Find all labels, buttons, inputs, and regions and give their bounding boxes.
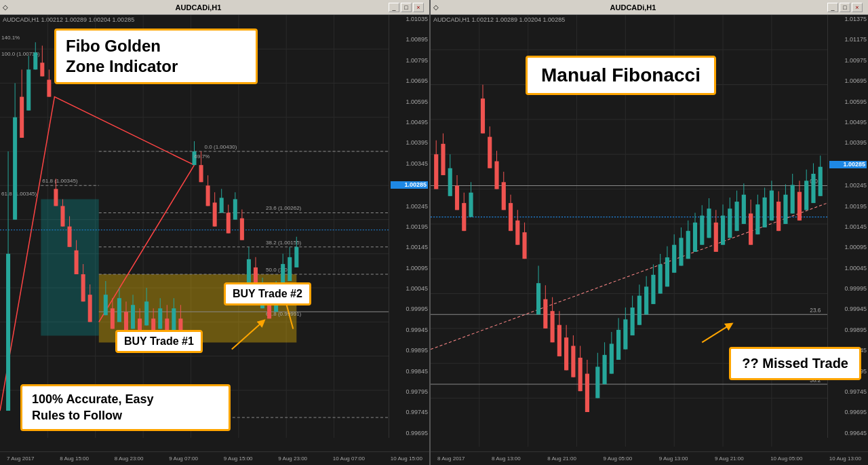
right-price-label-17: 0.99745 [829,389,867,395]
svg-rect-203 [637,296,642,325]
left-chart-bar: ◇ AUDCADi,H1 _ □ × [0,0,429,15]
svg-rect-118 [288,257,292,281]
svg-rect-235 [749,213,753,244]
right-chart-area: AUDCADi,H1 1.00212 1.00289 1.00204 1.002… [431,15,868,451]
right-maximize-btn[interactable]: □ [840,3,850,12]
svg-rect-213 [672,245,676,273]
left-minimize-btn[interactable]: _ [389,3,399,12]
svg-rect-185 [571,346,575,377]
svg-rect-255 [818,167,823,196]
svg-rect-98 [220,198,224,212]
svg-text:140.1%: 140.1% [1,35,20,41]
price-label-4: 1.00595 [391,99,428,105]
missed-trade-text: ?? Missed Trade [742,356,848,371]
svg-rect-67 [111,308,115,329]
time-label-4: 9 Aug 15:00 [224,455,253,462]
right-price-label-4: 1.00595 [829,99,867,105]
right-time-label-4: 9 Aug 13:00 [659,455,688,462]
right-price-label-6: 1.00395 [829,140,867,146]
svg-text:38.2 (1.00155): 38.2 (1.00155) [266,240,302,246]
time-label-7: 10 Aug 15:00 [391,455,422,462]
left-close-btn[interactable]: × [413,3,424,12]
svg-rect-209 [658,264,663,293]
price-label-13: 0.99995 [391,306,428,312]
right-chart-title: AUDCADi,H1 [439,3,827,12]
svg-rect-171 [515,221,519,245]
svg-rect-51 [47,79,51,96]
price-label-12: 1.00045 [391,286,428,292]
right-win-controls[interactable]: _ □ × [827,3,865,12]
right-time-label-3: 9 Aug 05:00 [603,455,632,462]
svg-rect-245 [783,195,787,224]
right-price-label-5: 1.00495 [829,119,867,126]
price-label-11: 1.00095 [391,265,428,272]
right-price-label-11: 1.00045 [829,265,867,272]
svg-rect-221 [700,216,704,245]
left-price-axis: 1.01035 1.00895 1.00795 1.00695 1.00595 … [389,15,429,438]
svg-rect-253 [811,174,815,203]
svg-rect-49 [40,62,44,76]
svg-rect-201 [631,308,635,335]
svg-rect-69 [117,298,121,322]
time-label-2: 8 Aug 23:00 [115,455,144,462]
svg-rect-215 [679,238,683,265]
left-win-controls[interactable]: _ □ × [389,3,427,12]
time-label-6: 10 Aug 07:00 [333,455,365,462]
right-price-label-10: 1.00095 [829,244,867,250]
svg-rect-151 [441,144,445,175]
svg-rect-231 [735,202,739,231]
svg-rect-247 [791,185,795,213]
price-label-2: 1.00795 [391,58,428,64]
price-label-7: 1.00345 [391,161,428,167]
left-current-price: 1.00285 [391,181,428,189]
left-title-text: Fibo GoldenZone Indicator [66,37,178,75]
right-time-label-5: 9 Aug 21:00 [715,455,744,462]
time-label-0: 7 Aug 2017 [7,455,34,462]
svg-rect-55 [60,206,64,226]
left-maximize-btn[interactable]: □ [401,3,412,12]
svg-rect-217 [686,231,690,259]
buy1-label: BUY Trade #1 [124,335,194,347]
right-current-price: 1.00285 [829,161,867,168]
left-title-box: Fibo GoldenZone Indicator [54,29,258,84]
right-time-label-2: 8 Aug 21:00 [547,455,576,462]
svg-text:69.7%: 69.7% [194,153,210,160]
right-price-label-0: 1.01375 [829,16,867,22]
svg-text:61.8 (1.00345): 61.8 (1.00345) [42,178,78,184]
svg-rect-227 [721,216,725,245]
right-chart-icon: ◇ [433,3,439,11]
time-label-1: 8 Aug 15:00 [60,455,89,462]
right-close-btn[interactable]: × [852,3,863,12]
svg-rect-149 [434,154,438,189]
svg-rect-81 [158,308,162,329]
svg-rect-120 [294,247,298,267]
svg-text:23.6 (1.00262): 23.6 (1.00262) [266,205,302,211]
right-price-label-9: 1.00145 [829,224,867,230]
price-label-15: 0.99895 [391,348,428,354]
time-label-3: 9 Aug 07:00 [169,455,198,462]
left-chart-area: AUDCADi,H1 1.00212 1.00289 1.00204 1.002… [0,15,429,451]
right-price-label-8: 1.00195 [829,204,867,210]
svg-rect-73 [131,305,135,329]
svg-rect-169 [509,203,513,231]
price-label-16: 0.99845 [391,369,428,375]
svg-rect-175 [536,283,540,314]
manual-fib-box: Manual Fibonacci [526,56,716,95]
price-label-1: 1.00895 [391,37,428,43]
right-price-label-1: 1.01175 [829,37,867,43]
svg-rect-96 [213,202,217,226]
svg-rect-77 [144,301,149,325]
left-chart-title: AUDCADi,H1 [8,3,389,12]
svg-rect-199 [623,319,627,349]
right-minimize-btn[interactable]: _ [827,3,838,12]
price-label-5: 1.00495 [391,119,428,126]
right-price-label-7: 1.00245 [829,183,867,189]
manual-fib-text: Manual Fibonacci [541,64,701,86]
svg-rect-189 [585,374,589,412]
svg-rect-53 [54,189,58,206]
right-time-label-6: 10 Aug 05:00 [770,455,802,462]
buy2-box: BUY Trade #2 [224,282,311,305]
svg-rect-183 [564,337,568,370]
price-label-17: 0.99795 [391,389,428,395]
right-price-label-19: 0.99645 [829,430,867,436]
